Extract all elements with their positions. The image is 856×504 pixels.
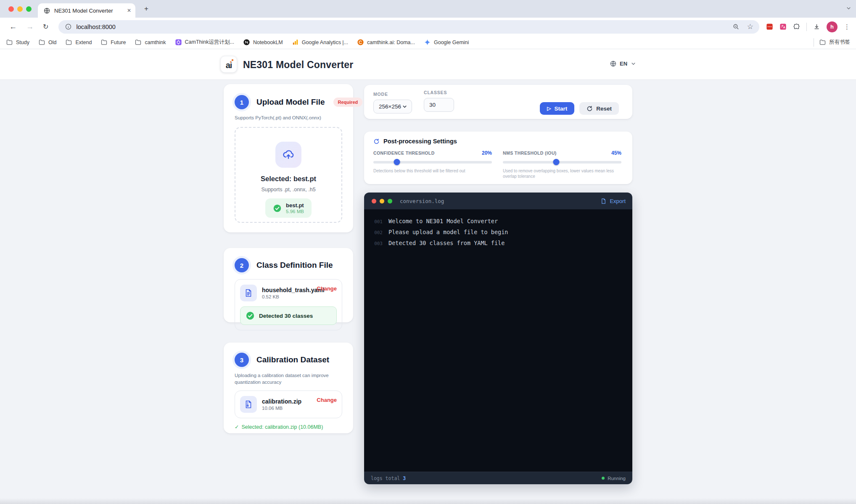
macos-zoom-icon[interactable]	[26, 6, 32, 12]
yaml-file-icon	[240, 285, 257, 301]
browser-tab[interactable]: NE301 Model Converter ✕	[38, 3, 135, 18]
log-line-number: 002	[372, 228, 383, 238]
bookmark-item[interactable]: Google Gemini	[424, 39, 469, 46]
conversion-log-terminal: conversion.log Export 001Welcome to NE30…	[364, 193, 632, 484]
logs-total-label: logs total	[371, 475, 400, 481]
bookmark-label: camthink	[145, 40, 166, 45]
bookmark-label: Study	[16, 40, 29, 45]
url-text: localhost:8000	[76, 24, 732, 30]
chevron-down-icon	[402, 103, 408, 110]
translate-extension-icon[interactable]	[779, 23, 787, 30]
mode-select[interactable]: 256×256	[373, 100, 412, 113]
extensions-puzzle-icon[interactable]	[793, 23, 800, 30]
file-name: best.pt	[286, 202, 304, 208]
bookmark-item[interactable]: Extend	[65, 39, 92, 46]
log-line-number: 003	[372, 239, 383, 249]
new-tab-button[interactable]: +	[141, 4, 151, 14]
terminal-log-area[interactable]: 001Welcome to NE301 Model Converter002Pl…	[364, 209, 632, 472]
nms-slider[interactable]	[503, 161, 621, 164]
file-name: calibration.zip	[262, 398, 312, 405]
file-size: 5.96 MB	[286, 209, 304, 214]
log-line: 001Welcome to NE301 Model Converter	[372, 216, 632, 227]
bookmark-item[interactable]: Future	[100, 39, 126, 46]
site-info-icon[interactable]	[65, 23, 72, 30]
site-favicon-icon	[175, 39, 182, 46]
browser-menu-icon[interactable]: ⋮	[844, 23, 850, 31]
step-title: Calibration Dataset	[256, 355, 329, 364]
file-size: 0.52 KB	[262, 294, 312, 299]
bookmark-label: Google Gemini	[434, 40, 469, 45]
check-circle-icon	[273, 204, 282, 213]
downloads-icon[interactable]	[813, 23, 820, 30]
bookmark-item[interactable]: camthink	[135, 39, 166, 46]
language-code: EN	[620, 61, 627, 67]
bookmark-label: Future	[111, 40, 126, 45]
forward-icon[interactable]: →	[26, 22, 34, 31]
tab-title: NE301 Model Converter	[54, 8, 127, 14]
zoom-page-icon[interactable]	[732, 23, 740, 30]
all-bookmarks-button[interactable]: 所有书签	[819, 39, 850, 46]
profile-avatar[interactable]: h	[827, 21, 838, 32]
tab-close-icon[interactable]: ✕	[127, 8, 131, 13]
site-favicon-icon	[243, 39, 250, 46]
bookmark-label: Extend	[75, 40, 92, 45]
step-subtitle: Uploading a calibration dataset can impr…	[235, 372, 339, 385]
bookmark-item[interactable]: camthink.ai: Doma...	[357, 39, 415, 46]
folder-icon	[135, 39, 142, 46]
reload-icon[interactable]: ↻	[43, 23, 48, 31]
reset-button[interactable]: Reset	[579, 102, 619, 115]
folder-icon	[819, 39, 826, 46]
file-name: household_trash.yaml	[262, 287, 312, 293]
bookmark-item[interactable]: Google Analytics |...	[292, 39, 348, 46]
bookmark-label: NotebookLM	[253, 40, 283, 45]
bookmark-item[interactable]: CamThink运营计划...	[175, 39, 234, 46]
nms-slider-thumb[interactable]	[553, 159, 559, 165]
sync-icon	[373, 138, 380, 145]
detected-classes-text: Detected 30 classes	[259, 313, 313, 319]
class-definition-card: 2 Class Definition File household_trash.…	[224, 248, 353, 322]
bookmark-item[interactable]: NotebookLM	[243, 39, 283, 46]
site-favicon-icon	[357, 39, 364, 46]
postprocess-title: Post-processing Settings	[383, 138, 457, 145]
browser-toolbar: ← → ↻ localhost:8000 ☆	[0, 18, 856, 36]
export-file-icon	[600, 198, 607, 204]
selected-file-text: Selected: best.pt	[235, 175, 341, 183]
toolbar-divider	[806, 23, 807, 31]
confidence-label: CONFIDENCE THRESHOLD	[373, 150, 435, 156]
confidence-slider-thumb[interactable]	[394, 159, 400, 165]
adblock-extension-icon[interactable]	[766, 23, 773, 30]
running-status-icon	[602, 477, 605, 480]
bookmark-item[interactable]: Old	[38, 39, 56, 46]
zip-file-icon	[240, 396, 257, 413]
bookmark-label: CamThink运营计划...	[185, 39, 234, 46]
bookmark-label: Google Analytics |...	[302, 40, 348, 45]
macos-minimize-icon[interactable]	[17, 6, 23, 12]
macos-close-icon[interactable]	[8, 6, 14, 12]
start-button[interactable]: ▷ Start	[540, 102, 574, 115]
language-switcher[interactable]: EN	[610, 60, 637, 67]
class-file-box: household_trash.yaml 0.52 KB Change Dete…	[235, 279, 342, 330]
address-bar[interactable]: localhost:8000 ☆	[58, 20, 759, 34]
logo-dot	[232, 59, 233, 61]
folder-icon	[6, 39, 13, 46]
change-class-file-button[interactable]: Change	[317, 285, 337, 292]
bookmarks-list: StudyOldExtendFuturecamthinkCamThink运营计划…	[6, 39, 469, 46]
back-icon[interactable]: ←	[9, 22, 17, 31]
confidence-help-text: Detections below this threshold will be …	[373, 168, 492, 174]
page-title: NE301 Model Converter	[243, 59, 353, 71]
bookmark-item[interactable]: Study	[6, 39, 29, 46]
export-button[interactable]: Export	[600, 198, 626, 204]
tab-search-icon[interactable]	[845, 5, 852, 11]
step-title: Upload Model File	[256, 98, 325, 107]
check-icon: ✓	[235, 424, 239, 430]
classes-input[interactable]	[424, 98, 454, 112]
model-dropzone[interactable]: Selected: best.pt Supports .pt, .onnx, .…	[235, 127, 342, 223]
log-line: 002Please upload a model file to begin	[372, 227, 632, 238]
confidence-slider[interactable]	[373, 161, 492, 164]
bookmark-star-icon[interactable]: ☆	[747, 22, 753, 31]
change-calibration-file-button[interactable]: Change	[317, 397, 337, 403]
globe-icon	[610, 60, 617, 67]
chevron-down-icon	[630, 61, 637, 67]
terminal-yellow-dot-icon	[380, 199, 384, 203]
bookmark-label: camthink.ai: Doma...	[367, 40, 415, 45]
